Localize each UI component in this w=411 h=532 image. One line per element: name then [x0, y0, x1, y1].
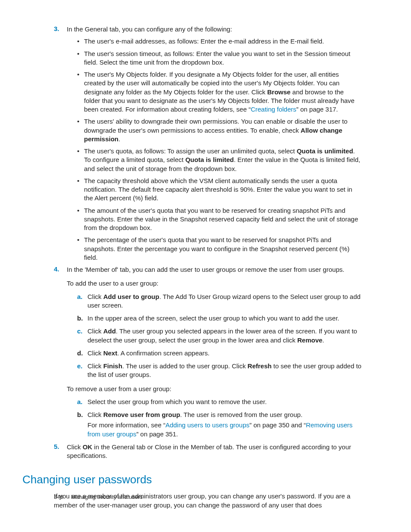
chapter-title: Managing security and users — [71, 494, 143, 500]
document-page: 3. In the General tab, you can configure… — [0, 0, 411, 532]
substep-c: c. Click Add. The user group you selecte… — [77, 327, 361, 345]
bold-keyword: Finish — [103, 362, 122, 370]
more-info-line: For more information, see “Adding users … — [87, 421, 361, 439]
bullet-item: The user's My Objects folder. If you des… — [77, 70, 361, 114]
step-3: 3. In the General tab, you can configure… — [54, 25, 361, 262]
bullet-text: The percentage of the user's quota that … — [84, 236, 349, 261]
remove-substeps: a. Select the user group from which you … — [67, 398, 361, 439]
bullet-item: The percentage of the user's quota that … — [77, 236, 361, 262]
more-info-text: ” on page 351. — [136, 430, 178, 438]
add-substeps: a. Click Add user to group. The Add To U… — [67, 292, 361, 380]
bold-keyword: Remove user from group — [103, 411, 180, 418]
step3-bullets: The user's e-mail addresses, as follows:… — [67, 37, 361, 262]
link-adding-users[interactable]: Adding users to users groups — [165, 421, 249, 429]
bold-keyword: Next — [103, 349, 118, 357]
substep-text: . — [322, 336, 324, 344]
substep-text: In the upper area of the screen, select … — [87, 314, 339, 322]
bold-keyword: Browse — [267, 88, 290, 96]
remove-intro: To remove a user from a user group: — [67, 385, 361, 393]
substep-a: a. Click Add user to group. The Add To U… — [77, 292, 361, 310]
substep-a: a. Select the user group from which you … — [77, 398, 361, 406]
bold-keyword: Quota is unlimited — [297, 147, 353, 155]
substep-text: Click — [87, 411, 103, 418]
step-intro: In the 'Member of' tab, you can add the … — [67, 265, 361, 274]
step-number: 5. — [54, 443, 59, 450]
step-text-post: in the General tab or Close in the Membe… — [67, 443, 351, 459]
bold-keyword: Add — [103, 327, 116, 335]
substep-text: Click — [87, 293, 103, 300]
substep-letter: a. — [77, 292, 83, 301]
bullet-item: The capacity threshold above which the V… — [77, 177, 361, 203]
numbered-steps: 3. In the General tab, you can configure… — [54, 25, 361, 460]
substep-letter: b. — [77, 411, 83, 419]
substep-d: d. Click Next. A confirmation screen app… — [77, 349, 361, 358]
page-number: 346 — [54, 494, 63, 500]
bold-keyword: Refresh — [248, 362, 272, 370]
bullet-item: The user's quota, as follows: To assign … — [77, 147, 361, 173]
bullet-text: The user's e-mail addresses, as follows:… — [84, 37, 324, 45]
bullet-text: The amount of the user's quota that you … — [84, 207, 358, 232]
bold-keyword: OK — [83, 443, 93, 451]
substep-text: Click — [87, 349, 103, 357]
substep-letter: b. — [77, 314, 83, 323]
substep-letter: e. — [77, 362, 83, 370]
more-info-text: For more information, see “ — [87, 421, 165, 429]
bold-keyword: Remove — [297, 336, 322, 344]
substep-text: . The user is added to the user group. C… — [122, 362, 248, 370]
substep-text: Click — [87, 362, 103, 370]
substep-letter: d. — [77, 349, 83, 358]
substep-letter: c. — [77, 327, 83, 336]
bold-keyword: Add user to group — [103, 293, 159, 300]
add-intro: To add the user to a user group: — [67, 279, 361, 288]
step-text-pre: Click — [67, 443, 83, 451]
substep-letter: a. — [77, 398, 83, 406]
substep-b: b. Click Remove user from group. The use… — [77, 411, 361, 439]
step-5: 5. Click OK in the General tab or Close … — [54, 443, 361, 460]
bullet-item: The users' ability to downgrade their ow… — [77, 117, 361, 143]
bullet-text: The capacity threshold above which the V… — [84, 177, 352, 202]
bullet-text: . — [118, 135, 120, 143]
step-number: 4. — [54, 265, 59, 273]
link-creating-folders[interactable]: Creating folders — [251, 106, 296, 113]
step-number: 3. — [54, 25, 59, 32]
bullet-item: The amount of the user's quota that you … — [77, 206, 361, 233]
substep-e: e. Click Finish. The user is added to th… — [77, 362, 361, 380]
bullet-item: The user's session timeout, as follows: … — [77, 50, 361, 67]
substep-text: Select the user group from which you wan… — [87, 398, 267, 405]
substep-text: . A confirmation screen appears. — [117, 349, 209, 357]
bold-keyword: Quota is limited — [185, 156, 234, 163]
substep-text: Click — [87, 327, 103, 335]
step-text: Click OK in the General tab or Close in … — [67, 443, 361, 460]
section-heading: Changing user passwords — [22, 473, 361, 486]
bullet-text: The user's quota, as follows: To assign … — [84, 147, 297, 155]
bullet-item: The user's e-mail addresses, as follows:… — [77, 37, 361, 46]
substep-text: . The user is removed from the user grou… — [180, 411, 302, 418]
bullet-text: The user's session timeout, as follows: … — [84, 50, 350, 66]
substep-b: b. In the upper area of the screen, sele… — [77, 314, 361, 323]
bullet-text: ” on page 317. — [296, 106, 338, 113]
more-info-text: ” on page 350 and “ — [249, 421, 306, 429]
page-footer: 346Managing security and users — [54, 494, 143, 500]
step-4: 4. In the 'Member of' tab, you can add t… — [54, 265, 361, 439]
step-intro: In the General tab, you can configure an… — [67, 25, 361, 34]
